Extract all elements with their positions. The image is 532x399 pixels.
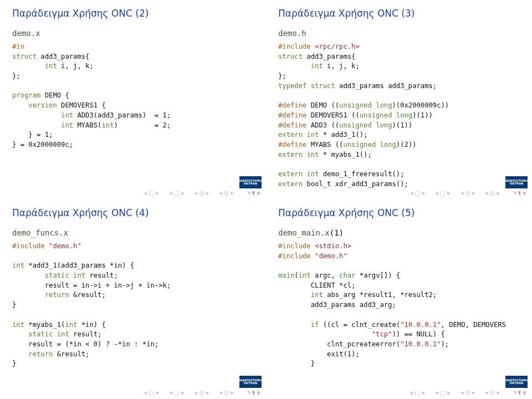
nav-qed-icon: ৲ ९ ৫ — [247, 389, 260, 396]
nav-qed-icon: ৲ ९ ৫ — [513, 389, 526, 396]
slide-nav: ◂▢▸ ◂▢▸ ◂◎▸ ◂◎▸ ৲ ९ ৫ — [266, 188, 532, 200]
code-block: #include <rpc/rpc.h> struct add3_params{… — [278, 42, 520, 189]
file-label: demo_main.x(1) — [278, 228, 520, 237]
nav-prev-icon[interactable]: ◂ — [144, 190, 147, 197]
slide-nav: ◂▢▸ ◂▢▸ ◂◎▸ ◂◎▸ ৲ ९ ৫ — [0, 188, 266, 200]
slide-title: Παράδειγμα Χρήσης ONC (2) — [12, 8, 254, 19]
slide-onc-2: Παράδειγμα Χρήσης ONC (2) demo.x #in str… — [0, 0, 266, 200]
slide-title: Παράδειγμα Χρήσης ONC (3) — [278, 8, 520, 19]
nav-qed-icon: ৲ ९ ৫ — [247, 190, 260, 197]
slide-nav: ◂▢▸ ◂▢▸ ◂◎▸ ◂◎▸ ৲ ९ ৫ — [0, 388, 266, 399]
nav-group-2[interactable]: ◂▢▸ — [169, 190, 184, 197]
slide-title: Παράδειγμα Χρήσης ONC (4) — [12, 207, 254, 218]
code-block: #include <stdio.h> #include "demo.h" mai… — [278, 242, 520, 369]
university-logo: ΠΑΝΕΠΙΣΤΗΜΙΟ ΠΑΤΡΩΝ — [239, 176, 262, 188]
file-label: demo_funcs.x — [12, 228, 254, 237]
nav-doc-icon[interactable]: ▢ — [149, 190, 154, 197]
university-logo: ΠΑΝΕΠΙΣΤΗΜΙΟ ΠΑΤΡΩΝ — [505, 376, 528, 388]
code-block: #include "demo.h" int *add3_1(add3_param… — [12, 242, 254, 369]
nav-qed-icon: ৲ ९ ৫ — [513, 190, 526, 197]
nav-next-icon[interactable]: ▸ — [156, 190, 160, 197]
slide-nav: ◂▢▸ ◂▢▸ ◂◎▸ ◂◎▸ ৲ ९ ৫ — [266, 388, 532, 399]
slide-onc-3: Παράδειγμα Χρήσης ONC (3) demo.h #includ… — [266, 0, 532, 200]
nav-group-3[interactable]: ◂◎▸ — [195, 190, 209, 197]
slide-onc-4: Παράδειγμα Χρήσης ONC (4) demo_funcs.x #… — [0, 200, 266, 399]
university-logo: ΠΑΝΕΠΙΣΤΗΜΙΟ ΠΑΤΡΩΝ — [505, 176, 528, 188]
university-logo: ΠΑΝΕΠΙΣΤΗΜΙΟ ΠΑΤΡΩΝ — [239, 376, 262, 388]
slide-onc-5: Παράδειγμα Χρήσης ONC (5) demo_main.x(1)… — [266, 200, 532, 399]
code-block: #in struct add3_params{ int i, j, k; }; … — [12, 42, 254, 150]
nav-group-4[interactable]: ◂◎▸ — [219, 190, 234, 197]
file-label: demo.h — [278, 29, 520, 38]
nav-group-1[interactable]: ◂▢▸ — [144, 190, 159, 197]
slide-title: Παράδειγμα Χρήσης ONC (5) — [278, 207, 520, 218]
file-label: demo.x — [12, 29, 254, 38]
